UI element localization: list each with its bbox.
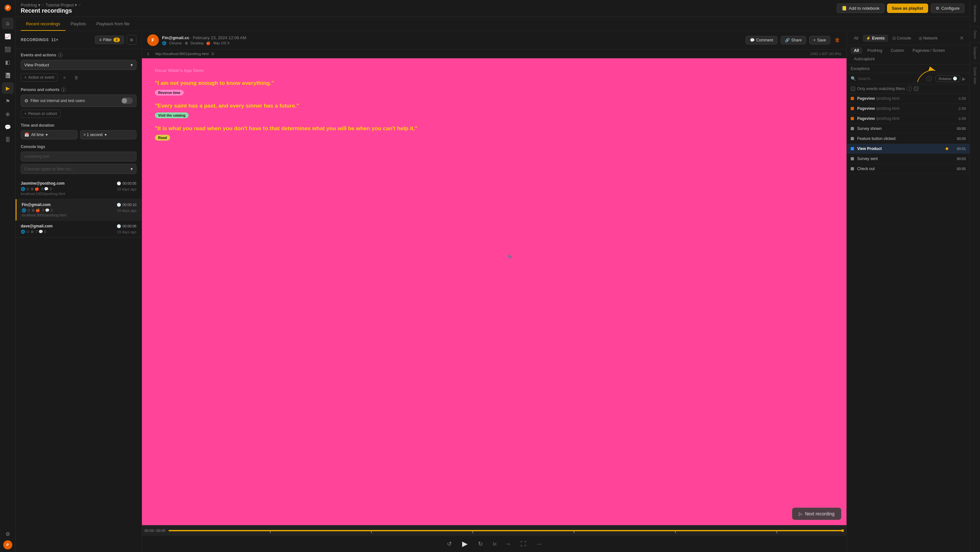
timeline[interactable]: 00:09 / 00:09 <box>142 525 846 536</box>
support-edge-label[interactable]: Support <box>973 44 977 62</box>
matching-filter-info[interactable]: i <box>907 86 912 91</box>
event-item-check-out[interactable]: Check out 00:05 <box>847 164 970 174</box>
filter-icon: ≡ <box>99 38 102 42</box>
sidebar-item-replay[interactable]: ▶ <box>2 82 14 94</box>
sidebar-item-dashboards[interactable]: ◧ <box>2 56 14 68</box>
comment-button[interactable]: 💬 Comment <box>746 36 778 44</box>
events-tab-network[interactable]: ◎ Network <box>915 35 940 42</box>
event-item-survey-shown[interactable]: Survey shown 00:00 <box>847 124 970 134</box>
event-item-view-product[interactable]: View Product 00:01 <box>847 144 970 154</box>
sidebar-item-data[interactable]: 🗄 <box>2 134 14 146</box>
docs-edge-label[interactable]: Docs <box>973 28 977 41</box>
more-options-button[interactable]: ··· <box>534 539 544 549</box>
persons-info-icon[interactable]: i <box>61 87 66 92</box>
tab-playlists[interactable]: Playlists <box>65 17 91 31</box>
tab-recent-recordings[interactable]: Recent recordings <box>21 17 65 31</box>
copy-url-button[interactable]: ⧉ <box>211 51 214 56</box>
sidebar-item-notebooks[interactable]: 📓 <box>2 69 14 81</box>
filter-tab-posthog[interactable]: PostHog <box>864 47 885 54</box>
event-item-pageview-3[interactable]: Pageview /posthog.html -1:59 <box>847 114 970 124</box>
gear-icon: ⚙ <box>935 6 940 11</box>
events-info-icon[interactable]: i <box>58 53 62 57</box>
breadcrumb-project[interactable]: Tutorial Project ▾ <box>46 3 78 8</box>
event-item-survey-sent[interactable]: Survey sent 00:03 <box>847 154 970 164</box>
relative-button[interactable]: Relative 🕐 <box>935 75 960 82</box>
save-as-playlist-button[interactable]: Save as playlist <box>887 3 928 13</box>
video-user-name: Fin@gmail.cc · February 23, 2024 12:08 A… <box>162 35 246 40</box>
filter-tab-custom[interactable]: Custom <box>887 47 907 54</box>
matching-filter-toggle[interactable] <box>914 87 918 91</box>
next-recording-button[interactable]: ▷ Next recording <box>792 508 841 520</box>
console-types-dropdown[interactable]: Console types to filter for... ▾ <box>21 164 137 174</box>
header-actions: 📒 Add to notebook Save as playlist ⚙ Con… <box>837 3 964 13</box>
action-delete-icon[interactable]: 🗑 <box>71 73 81 82</box>
matching-filter-checkbox[interactable] <box>851 87 855 91</box>
badge-reverse-time[interactable]: Reverse time <box>155 90 184 95</box>
delete-button[interactable]: 🗑 <box>834 36 841 44</box>
sidebar-item-tables[interactable]: ⬛ <box>2 43 14 55</box>
sidebar-item-experiments[interactable]: ⊕ <box>2 108 14 120</box>
share-button[interactable]: 🔗 Share <box>781 36 806 44</box>
event-name: Check out <box>857 167 950 171</box>
notebooks-edge-label[interactable]: Notebooks <box>973 3 977 25</box>
tab-playback-from-file[interactable]: Playback from file <box>91 17 135 31</box>
add-to-notebook-button[interactable]: 📒 Add to notebook <box>837 3 885 13</box>
timeline-dot-yellow <box>946 148 948 150</box>
event-item-pageview-2[interactable]: Pageview /posthog.html -1:59 <box>847 104 970 114</box>
events-icon: ⚡ <box>866 36 871 41</box>
badge-visit-catalog[interactable]: Visit the catalog <box>155 113 189 118</box>
recording-item-jasmine[interactable]: Jasmine@posthog.com 🕐 00:00:05 🌐 ⊙ 🖥 🍎 9… <box>16 178 142 199</box>
rewind-button[interactable]: ↺ <box>444 539 454 549</box>
plus-icon: + <box>813 38 816 43</box>
filters-settings-button[interactable]: ⚙ <box>127 35 137 45</box>
sidebar-item-home[interactable]: ⌂ <box>2 17 14 29</box>
fast-forward-button[interactable]: ↻ <box>476 539 485 549</box>
filter-internal-users-toggle[interactable] <box>121 97 133 104</box>
duration-dropdown[interactable]: > 1 second ▾ <box>80 130 137 139</box>
breadcrumb-posthog[interactable]: PostHog ▾ <box>21 3 40 8</box>
clock-icon: 🕐 <box>117 181 121 186</box>
filter-tab-pageview[interactable]: Pageview / Screen <box>909 47 948 54</box>
add-person-button[interactable]: + Person or cohort <box>21 109 60 118</box>
sidebar-item-activity[interactable]: 📈 <box>2 30 14 42</box>
skip-mode-button[interactable]: ⤏ <box>504 540 513 548</box>
events-tab-all[interactable]: All <box>851 35 861 42</box>
events-tab-console[interactable]: ⊡ Console <box>889 35 914 42</box>
action-filter-icon[interactable]: ≡ <box>60 73 69 82</box>
app-logo[interactable]: P <box>3 3 13 13</box>
timeline-bar[interactable] <box>169 530 844 531</box>
user-avatar[interactable]: P <box>3 540 12 549</box>
quick-start-edge-label[interactable]: Quick start <box>973 65 977 87</box>
url-text: http://localhost:9001/posthog.html <box>155 52 209 56</box>
event-item-pageview-1[interactable]: Pageview /posthog.html -1:59 <box>847 94 970 104</box>
sidebar-item-settings[interactable]: ⚙ <box>2 528 14 540</box>
timeline-play-button[interactable]: ▶ <box>962 76 966 81</box>
time-dropdown[interactable]: 📅 All time ▾ <box>21 130 78 139</box>
event-time: 00:00 <box>953 137 966 141</box>
sidebar-item-surveys[interactable]: 💬 <box>2 121 14 133</box>
filter-tab-all[interactable]: All <box>851 47 862 54</box>
filter-tab-autocapture[interactable]: Autocapture <box>851 56 878 62</box>
fullscreen-button[interactable]: ⛶ <box>518 539 529 549</box>
events-dropdown[interactable]: View Product ▾ <box>21 60 137 70</box>
add-action-button[interactable]: + Action or event <box>21 73 58 82</box>
events-panel-close-button[interactable]: ✕ <box>958 34 966 42</box>
events-tab-events[interactable]: ⚡ Events <box>863 35 888 42</box>
play-button[interactable]: ▶ <box>460 538 470 549</box>
recording-item-fin[interactable]: Fin@gmail.com 🕐 00:00:10 🌐 ⊙ 🖥 🍎 9 💬 0 1… <box>16 199 142 220</box>
configure-button[interactable]: ⚙ Configure <box>931 3 964 13</box>
speed-selector[interactable]: 1x <box>491 540 499 547</box>
svg-text:P: P <box>6 5 9 10</box>
badge-read[interactable]: Read <box>155 135 170 141</box>
event-time: 00:01 <box>953 147 966 151</box>
events-info-icon[interactable]: i <box>926 76 932 81</box>
sidebar-item-feature-flags[interactable]: ⚑ <box>2 95 14 107</box>
filter-button[interactable]: ≡ Filter 2 <box>95 36 124 44</box>
event-item-feature-button[interactable]: Feature button clicked 00:00 <box>847 134 970 144</box>
event-dot <box>851 117 854 120</box>
recording-item-dave[interactable]: dave@gmail.com 🕐 00:00:08 🌐 ⊙ 🖥 7 💬 0 19… <box>16 220 142 238</box>
console-text-input[interactable] <box>21 152 137 161</box>
events-search-input[interactable] <box>858 76 924 81</box>
exceptions-label[interactable]: Exceptions <box>847 65 970 73</box>
save-button[interactable]: + Save <box>809 36 830 44</box>
